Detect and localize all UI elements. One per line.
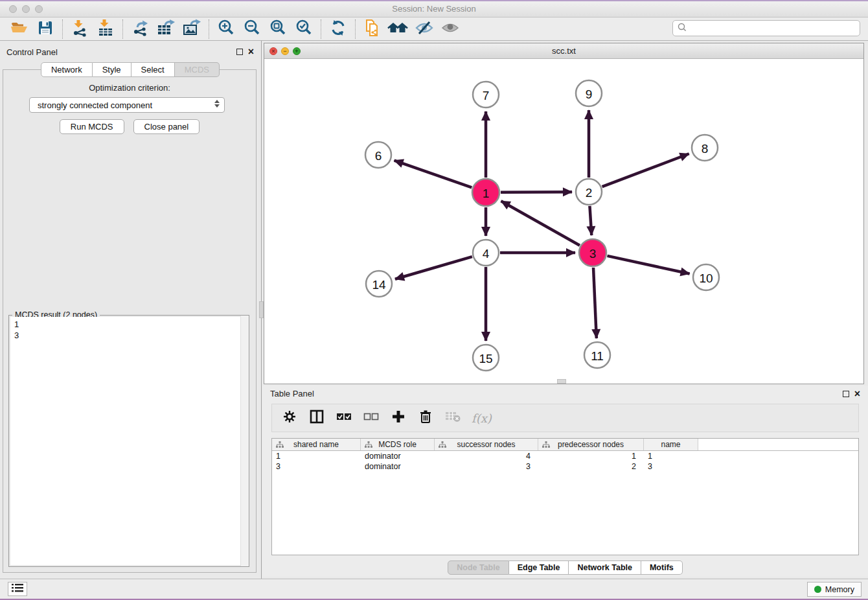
result-scrollbar[interactable] <box>240 316 249 566</box>
tab-network[interactable]: Network <box>41 62 93 77</box>
open-session-button[interactable] <box>6 19 32 40</box>
export-image-icon <box>182 19 201 40</box>
export-network-button[interactable] <box>127 19 153 40</box>
table-cell[interactable]: 2 <box>538 461 644 472</box>
export-table-button[interactable] <box>153 19 179 40</box>
graph-edge-2-3[interactable] <box>589 206 591 235</box>
canvas-resize-handle[interactable] <box>557 379 566 384</box>
graph-node-2[interactable]: 2 <box>576 179 602 205</box>
column-label: name <box>661 440 680 449</box>
network-canvas[interactable]: 7968124314101511 <box>264 59 863 384</box>
add-column-button[interactable] <box>390 410 407 426</box>
table-cell[interactable]: 1 <box>644 451 698 461</box>
tab-motifs[interactable]: Motifs <box>641 560 683 575</box>
show-columns-button[interactable] <box>308 410 325 426</box>
table-cell[interactable]: 4 <box>435 451 538 461</box>
graph-node-14[interactable]: 14 <box>366 271 392 297</box>
trash-icon <box>418 409 433 427</box>
save-session-button[interactable] <box>32 19 58 40</box>
float-table-panel-icon[interactable] <box>843 391 849 397</box>
deselect-all-columns-button[interactable] <box>363 410 380 426</box>
graph-node-8[interactable]: 8 <box>692 135 718 161</box>
home-networks-button[interactable] <box>385 19 411 40</box>
table-settings-button[interactable] <box>281 410 298 426</box>
network-window-titlebar[interactable]: × − + scc.txt <box>264 43 863 59</box>
refresh-layout-button[interactable] <box>325 19 351 40</box>
columns-icon <box>309 409 325 427</box>
table-cell[interactable]: 1 <box>538 451 644 461</box>
column-header-shared-name[interactable]: shared name <box>272 439 361 450</box>
table-cell[interactable]: 3 <box>272 461 361 472</box>
tab-node-table[interactable]: Node Table <box>448 560 508 575</box>
close-panel-button[interactable]: Close panel <box>133 119 200 134</box>
float-panel-icon[interactable] <box>236 49 243 55</box>
graph-edge-3-11[interactable] <box>593 268 597 338</box>
select-all-columns-button[interactable] <box>336 410 352 426</box>
zoom-selected-icon <box>295 19 313 40</box>
import-network-button[interactable] <box>67 19 93 40</box>
graph-node-7[interactable]: 7 <box>473 82 499 108</box>
close-table-panel-icon[interactable]: × <box>854 391 860 397</box>
table-cell[interactable]: 1 <box>272 451 361 461</box>
graph-edge-2-8[interactable] <box>602 154 689 187</box>
close-panel-icon[interactable]: × <box>248 49 254 55</box>
delete-column-button[interactable] <box>417 410 434 426</box>
graph-node-11[interactable]: 11 <box>584 342 610 368</box>
graph-edge-1-6[interactable] <box>394 161 472 188</box>
search-input[interactable] <box>687 23 860 33</box>
show-details-button[interactable] <box>437 19 463 40</box>
graph-node-4[interactable]: 4 <box>473 240 499 266</box>
table-cell[interactable]: 3 <box>435 461 538 472</box>
zoom-in-button[interactable] <box>213 19 239 40</box>
copy-network-button[interactable] <box>360 19 385 40</box>
column-header-successor-nodes[interactable]: successor nodes <box>435 439 538 450</box>
unchecked-boxes-icon <box>363 412 379 424</box>
export-image-button[interactable] <box>179 19 205 40</box>
column-header-name[interactable]: name <box>644 439 698 450</box>
table-row[interactable]: 3dominator323 <box>272 461 858 472</box>
mcds-result-list[interactable]: 13 <box>10 317 247 565</box>
table-cell[interactable]: dominator <box>361 451 435 461</box>
tab-style[interactable]: Style <box>93 62 131 77</box>
graph-edge-3-1[interactable] <box>501 201 580 245</box>
tab-select[interactable]: Select <box>131 62 175 77</box>
tab-edge-table[interactable]: Edge Table <box>509 560 569 575</box>
graph-edge-3-10[interactable] <box>607 256 689 274</box>
task-history-button[interactable] <box>8 582 27 596</box>
zoom-selected-button[interactable] <box>291 19 317 40</box>
memory-button[interactable]: Memory <box>807 582 862 597</box>
criterion-select[interactable]: strongly connected component <box>29 97 225 113</box>
graph-node-10[interactable]: 10 <box>693 264 719 290</box>
eye-icon <box>440 19 460 40</box>
zoom-fit-button[interactable] <box>265 19 291 40</box>
graph-node-9[interactable]: 9 <box>576 80 602 106</box>
svg-text:10: 10 <box>699 271 713 285</box>
table-cell[interactable]: 3 <box>644 461 698 472</box>
table-row[interactable]: 1dominator411 <box>272 451 858 461</box>
svg-text:8: 8 <box>702 142 709 156</box>
import-table-button[interactable] <box>93 19 119 40</box>
graph-node-6[interactable]: 6 <box>365 142 391 168</box>
window-title: Session: New Session <box>0 4 868 14</box>
search-field[interactable] <box>672 20 860 36</box>
tab-mcds[interactable]: MCDS <box>175 62 220 77</box>
graph-node-1[interactable]: 1 <box>472 179 499 206</box>
hide-details-button[interactable] <box>411 19 437 40</box>
run-mcds-button[interactable]: Run MCDS <box>60 119 124 134</box>
table-cell[interactable]: dominator <box>361 461 435 472</box>
graph-edge-1-2[interactable] <box>501 192 572 192</box>
column-header-mcds-role[interactable]: MCDS role <box>361 439 435 450</box>
table-panel-title: Table Panel <box>270 389 314 398</box>
graph-node-3[interactable]: 3 <box>579 239 606 266</box>
zoom-out-icon <box>243 19 261 40</box>
column-header-predecessor-nodes[interactable]: predecessor nodes <box>538 439 644 450</box>
splitter-handle[interactable] <box>259 301 264 318</box>
tree-sort-icon <box>542 441 550 450</box>
zoom-out-button[interactable] <box>239 19 265 40</box>
graph-edge-4-14[interactable] <box>395 257 472 279</box>
graph-node-15[interactable]: 15 <box>473 345 499 371</box>
mcds-result-group: MCDS result (2 nodes) 13 <box>8 315 249 567</box>
export-network-icon <box>131 19 149 40</box>
tab-network-table[interactable]: Network Table <box>569 560 641 575</box>
svg-text:9: 9 <box>586 87 593 101</box>
